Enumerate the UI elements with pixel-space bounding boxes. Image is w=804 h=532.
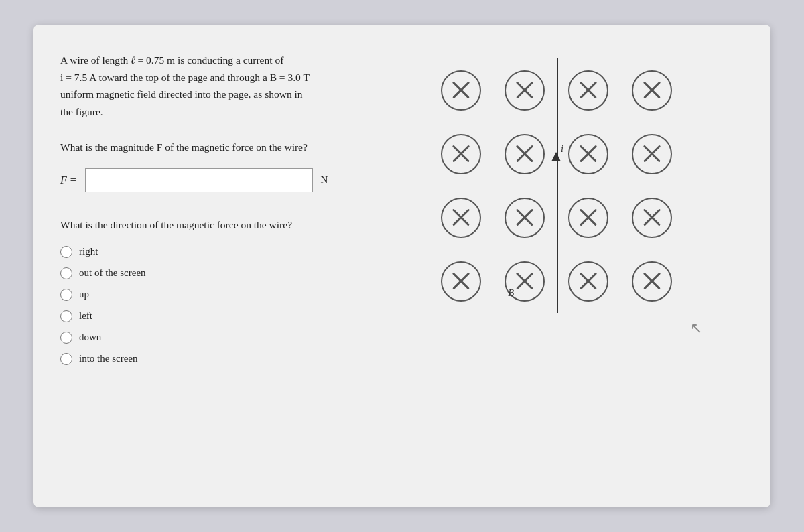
x-circle: [632, 134, 672, 174]
problem-text-line1: A wire of length: [60, 54, 128, 66]
option-into-label: into the screen: [79, 353, 137, 364]
answer-row: F = N: [60, 168, 409, 192]
field-symbol-1-3: [556, 58, 620, 122]
arrow-up-icon: [551, 152, 561, 161]
ell-symbol: ℓ: [131, 54, 135, 66]
option-down[interactable]: down: [60, 332, 409, 344]
question2-text: What is the direction of the magnetic fo…: [60, 219, 409, 231]
x-circle: [441, 70, 481, 111]
cursor-icon: ↖: [690, 320, 702, 337]
answer-input[interactable]: [85, 168, 313, 192]
radio-out-of-screen[interactable]: [60, 267, 72, 279]
x-circle: [505, 198, 545, 238]
current-arrow: [551, 152, 561, 161]
question1-text: What is the magnitude F of the magnetic …: [60, 139, 409, 156]
x-circle: [632, 198, 672, 238]
field-symbol-3-3: [556, 186, 620, 249]
right-panel: i B ↖: [429, 52, 750, 480]
problem-text-line3: uniform magnetic field directed into the…: [60, 88, 303, 100]
option-up-label: up: [79, 289, 89, 300]
field-symbol-2-2: [492, 122, 556, 186]
x-circle: [441, 261, 481, 302]
x-circle: [441, 134, 481, 174]
unit-label: N: [321, 174, 328, 186]
option-right-label: right: [79, 246, 98, 257]
field-symbol-1-1: [429, 58, 492, 122]
radio-up[interactable]: [60, 289, 72, 301]
problem-text-line4: the figure.: [60, 106, 103, 117]
field-symbol-3-2: [492, 186, 556, 249]
x-circle: [632, 261, 672, 302]
field-symbol-4-4: [620, 249, 683, 313]
field-symbol-2-1: [429, 122, 492, 186]
main-card: A wire of length ℓ = 0.75 m is conductin…: [34, 25, 770, 507]
problem-text-line2: i = 7.5 A toward the top of the page and…: [60, 72, 310, 83]
x-circle: [568, 198, 608, 238]
x-circle: [632, 70, 672, 111]
field-diagram: i B ↖: [429, 58, 717, 346]
x-circle: [505, 70, 545, 111]
option-left[interactable]: left: [60, 310, 409, 322]
problem-text-line1b: = 0.75 m is conducting a current of: [137, 54, 283, 66]
field-grid: [429, 58, 717, 313]
option-into-screen[interactable]: into the screen: [60, 353, 409, 365]
x-circle: [568, 134, 608, 174]
f-label: F =: [60, 174, 77, 186]
direction-options: right out of the screen up left down: [60, 246, 409, 365]
field-symbol-1-4: [620, 58, 683, 122]
x-circle: [441, 198, 481, 238]
field-symbol-3-4: [620, 186, 683, 249]
option-out-of-screen[interactable]: out of the screen: [60, 267, 409, 279]
option-up[interactable]: up: [60, 289, 409, 301]
wire-line: [557, 58, 558, 313]
option-right[interactable]: right: [60, 246, 409, 258]
field-symbol-1-2: [492, 58, 556, 122]
x-circle: [568, 261, 608, 302]
radio-into-screen[interactable]: [60, 353, 72, 365]
field-symbol-4-2: [492, 249, 556, 313]
radio-left[interactable]: [60, 310, 72, 322]
option-down-label: down: [79, 332, 101, 343]
option-out-label: out of the screen: [79, 267, 146, 279]
B-label: B: [508, 287, 514, 299]
i-label: i: [561, 144, 563, 155]
field-symbol-4-1: [429, 249, 492, 313]
field-symbol-2-3: [556, 122, 620, 186]
left-panel: A wire of length ℓ = 0.75 m is conductin…: [60, 52, 409, 480]
x-circle: [568, 70, 608, 111]
radio-right[interactable]: [60, 246, 72, 258]
problem-description: A wire of length ℓ = 0.75 m is conductin…: [60, 52, 409, 120]
field-symbol-3-1: [429, 186, 492, 249]
field-symbol-4-3: [556, 249, 620, 313]
field-symbol-2-4: [620, 122, 683, 186]
option-left-label: left: [79, 310, 92, 322]
radio-down[interactable]: [60, 332, 72, 344]
x-circle: [505, 134, 545, 174]
